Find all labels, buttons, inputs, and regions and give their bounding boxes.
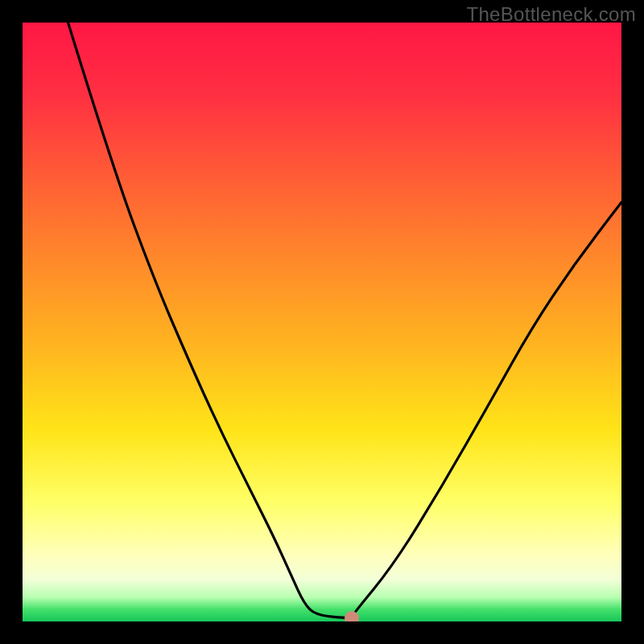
- plot-area: [23, 23, 621, 621]
- minimum-marker: [345, 611, 359, 621]
- curve-layer: [23, 23, 621, 621]
- watermark-text: TheBottleneck.com: [466, 3, 636, 26]
- chart-frame: TheBottleneck.com: [0, 0, 644, 644]
- bottleneck-curve: [68, 23, 621, 617]
